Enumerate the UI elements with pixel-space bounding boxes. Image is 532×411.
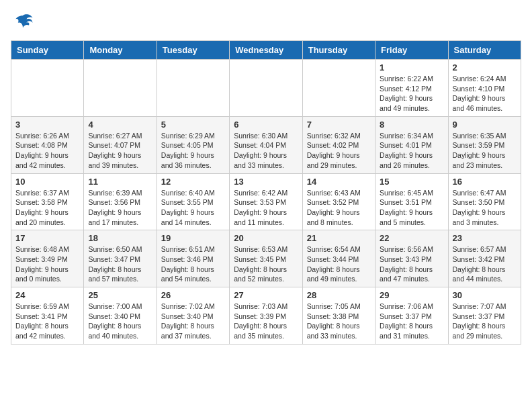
day-number: 18 — [88, 233, 152, 243]
day-info: Sunrise: 6:53 AMSunset: 3:45 PMDaylight:… — [234, 244, 298, 284]
calendar-cell: 26Sunrise: 7:02 AMSunset: 3:40 PMDayligh… — [157, 287, 229, 345]
day-number: 7 — [307, 120, 371, 130]
day-info: Sunrise: 6:26 AMSunset: 4:08 PMDaylight:… — [15, 131, 79, 171]
day-info: Sunrise: 6:59 AMSunset: 3:41 PMDaylight:… — [15, 302, 79, 341]
day-info: Sunrise: 6:42 AMSunset: 3:53 PMDaylight:… — [234, 188, 298, 228]
day-info: Sunrise: 7:00 AMSunset: 3:40 PMDaylight:… — [88, 302, 152, 341]
calendar-cell: 18Sunrise: 6:50 AMSunset: 3:47 PMDayligh… — [84, 230, 157, 287]
day-info: Sunrise: 6:39 AMSunset: 3:56 PMDaylight:… — [88, 188, 152, 228]
calendar-cell: 11Sunrise: 6:39 AMSunset: 3:56 PMDayligh… — [84, 173, 157, 230]
day-number: 19 — [161, 233, 225, 243]
day-info: Sunrise: 6:56 AMSunset: 3:43 PMDaylight:… — [380, 244, 443, 284]
calendar-cell: 15Sunrise: 6:45 AMSunset: 3:51 PMDayligh… — [375, 173, 448, 230]
day-number: 27 — [234, 290, 298, 300]
day-info: Sunrise: 7:06 AMSunset: 3:37 PMDaylight:… — [380, 302, 443, 341]
page-header — [11, 11, 521, 35]
day-number: 30 — [453, 290, 517, 300]
day-number: 26 — [161, 290, 225, 300]
calendar-cell: 17Sunrise: 6:48 AMSunset: 3:49 PMDayligh… — [11, 230, 84, 287]
day-info: Sunrise: 6:30 AMSunset: 4:04 PMDaylight:… — [234, 131, 298, 171]
day-info: Sunrise: 6:24 AMSunset: 4:10 PMDaylight:… — [453, 74, 517, 113]
day-number: 12 — [161, 177, 225, 187]
day-number: 20 — [234, 233, 298, 243]
day-info: Sunrise: 6:57 AMSunset: 3:42 PMDaylight:… — [453, 244, 517, 284]
day-info: Sunrise: 6:22 AMSunset: 4:12 PMDaylight:… — [380, 74, 443, 113]
day-info: Sunrise: 7:05 AMSunset: 3:38 PMDaylight:… — [307, 302, 371, 341]
day-number: 24 — [15, 290, 79, 300]
calendar-cell: 27Sunrise: 7:03 AMSunset: 3:39 PMDayligh… — [230, 287, 302, 345]
day-number: 10 — [15, 177, 79, 187]
day-number: 21 — [307, 233, 371, 243]
day-info: Sunrise: 6:32 AMSunset: 4:02 PMDaylight:… — [307, 131, 371, 171]
calendar-cell: 20Sunrise: 6:53 AMSunset: 3:45 PMDayligh… — [230, 230, 302, 287]
col-header-tuesday: Tuesday — [157, 41, 229, 60]
day-info: Sunrise: 7:07 AMSunset: 3:37 PMDaylight:… — [453, 302, 517, 341]
day-number: 28 — [307, 290, 371, 300]
col-header-thursday: Thursday — [302, 41, 375, 60]
day-info: Sunrise: 6:43 AMSunset: 3:52 PMDaylight:… — [307, 188, 371, 228]
calendar-cell: 3Sunrise: 6:26 AMSunset: 4:08 PMDaylight… — [11, 116, 84, 173]
day-info: Sunrise: 6:54 AMSunset: 3:44 PMDaylight:… — [307, 244, 371, 284]
calendar-cell: 30Sunrise: 7:07 AMSunset: 3:37 PMDayligh… — [448, 287, 521, 345]
calendar-table: SundayMondayTuesdayWednesdayThursdayFrid… — [11, 40, 521, 345]
day-info: Sunrise: 6:48 AMSunset: 3:49 PMDaylight:… — [15, 244, 79, 284]
day-info: Sunrise: 6:51 AMSunset: 3:46 PMDaylight:… — [161, 244, 225, 284]
calendar-cell: 10Sunrise: 6:37 AMSunset: 3:58 PMDayligh… — [11, 173, 84, 230]
day-info: Sunrise: 6:34 AMSunset: 4:01 PMDaylight:… — [380, 131, 443, 171]
day-number: 5 — [161, 120, 225, 130]
day-info: Sunrise: 6:47 AMSunset: 3:50 PMDaylight:… — [453, 188, 517, 228]
day-number: 16 — [453, 177, 517, 187]
calendar-cell: 23Sunrise: 6:57 AMSunset: 3:42 PMDayligh… — [448, 230, 521, 287]
day-number: 11 — [88, 177, 152, 187]
calendar-week-4: 17Sunrise: 6:48 AMSunset: 3:49 PMDayligh… — [11, 230, 521, 287]
calendar-week-1: 1Sunrise: 6:22 AMSunset: 4:12 PMDaylight… — [11, 60, 521, 117]
calendar-cell: 5Sunrise: 6:29 AMSunset: 4:05 PMDaylight… — [157, 116, 229, 173]
calendar-cell: 28Sunrise: 7:05 AMSunset: 3:38 PMDayligh… — [302, 287, 375, 345]
day-info: Sunrise: 6:50 AMSunset: 3:47 PMDaylight:… — [88, 244, 152, 284]
logo-bird-icon — [11, 11, 35, 35]
logo — [11, 11, 38, 35]
calendar-week-3: 10Sunrise: 6:37 AMSunset: 3:58 PMDayligh… — [11, 173, 521, 230]
calendar-cell: 12Sunrise: 6:40 AMSunset: 3:55 PMDayligh… — [157, 173, 229, 230]
calendar-cell: 4Sunrise: 6:27 AMSunset: 4:07 PMDaylight… — [84, 116, 157, 173]
day-info: Sunrise: 6:27 AMSunset: 4:07 PMDaylight:… — [88, 131, 152, 171]
day-info: Sunrise: 7:03 AMSunset: 3:39 PMDaylight:… — [234, 302, 298, 341]
day-number: 4 — [88, 120, 152, 130]
day-number: 1 — [380, 62, 443, 73]
day-number: 8 — [380, 120, 443, 130]
day-number: 25 — [88, 290, 152, 300]
calendar-week-5: 24Sunrise: 6:59 AMSunset: 3:41 PMDayligh… — [11, 287, 521, 345]
calendar-cell: 13Sunrise: 6:42 AMSunset: 3:53 PMDayligh… — [230, 173, 302, 230]
day-number: 15 — [380, 177, 443, 187]
calendar-cell: 21Sunrise: 6:54 AMSunset: 3:44 PMDayligh… — [302, 230, 375, 287]
day-number: 6 — [234, 120, 298, 130]
calendar-cell — [11, 60, 84, 117]
day-info: Sunrise: 6:37 AMSunset: 3:58 PMDaylight:… — [15, 188, 79, 228]
calendar-cell: 14Sunrise: 6:43 AMSunset: 3:52 PMDayligh… — [302, 173, 375, 230]
day-number: 13 — [234, 177, 298, 187]
day-number: 2 — [453, 62, 517, 73]
calendar-cell: 16Sunrise: 6:47 AMSunset: 3:50 PMDayligh… — [448, 173, 521, 230]
calendar-cell — [157, 60, 229, 117]
day-number: 9 — [453, 120, 517, 130]
day-number: 29 — [380, 290, 443, 300]
calendar-cell: 2Sunrise: 6:24 AMSunset: 4:10 PMDaylight… — [448, 60, 521, 117]
calendar-cell: 19Sunrise: 6:51 AMSunset: 3:46 PMDayligh… — [157, 230, 229, 287]
day-info: Sunrise: 6:40 AMSunset: 3:55 PMDaylight:… — [161, 188, 225, 228]
calendar-cell — [84, 60, 157, 117]
calendar-cell: 25Sunrise: 7:00 AMSunset: 3:40 PMDayligh… — [84, 287, 157, 345]
calendar-cell: 7Sunrise: 6:32 AMSunset: 4:02 PMDaylight… — [302, 116, 375, 173]
calendar-cell — [230, 60, 302, 117]
col-header-monday: Monday — [84, 41, 157, 60]
calendar-cell: 24Sunrise: 6:59 AMSunset: 3:41 PMDayligh… — [11, 287, 84, 345]
day-info: Sunrise: 6:29 AMSunset: 4:05 PMDaylight:… — [161, 131, 225, 171]
calendar-cell: 8Sunrise: 6:34 AMSunset: 4:01 PMDaylight… — [375, 116, 448, 173]
calendar-week-2: 3Sunrise: 6:26 AMSunset: 4:08 PMDaylight… — [11, 116, 521, 173]
calendar-header-row: SundayMondayTuesdayWednesdayThursdayFrid… — [11, 41, 521, 60]
day-number: 14 — [307, 177, 371, 187]
day-info: Sunrise: 6:45 AMSunset: 3:51 PMDaylight:… — [380, 188, 443, 228]
col-header-sunday: Sunday — [11, 41, 84, 60]
calendar-cell: 1Sunrise: 6:22 AMSunset: 4:12 PMDaylight… — [375, 60, 448, 117]
day-number: 3 — [15, 120, 79, 130]
calendar-cell: 9Sunrise: 6:35 AMSunset: 3:59 PMDaylight… — [448, 116, 521, 173]
